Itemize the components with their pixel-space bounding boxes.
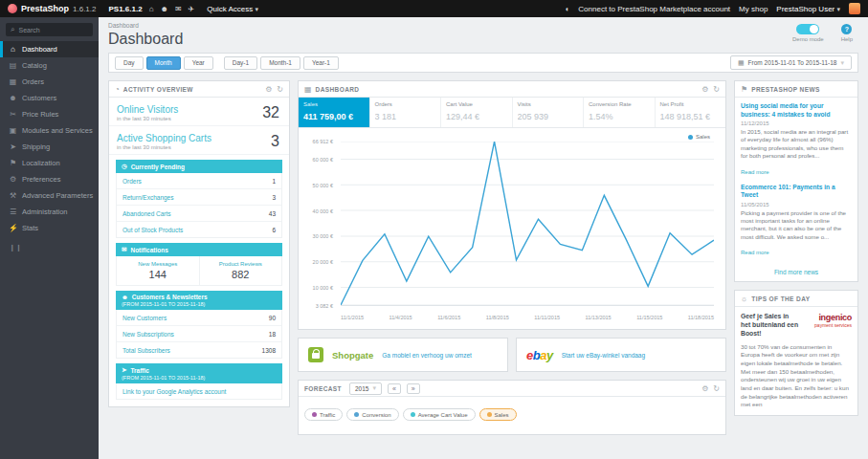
product-reviews-cell[interactable]: Product Reviews 882 <box>199 256 282 285</box>
quick-access-menu[interactable]: Quick Access ▾ <box>207 5 258 13</box>
kpi-label: Orders <box>375 101 436 107</box>
mail-icon[interactable]: ✉ <box>175 5 182 13</box>
sidebar-item-preferences[interactable]: ⚙ Preferences <box>0 171 99 187</box>
gear-icon[interactable]: ⚙ <box>701 384 708 393</box>
read-more-link[interactable]: Read more <box>741 169 769 175</box>
legend-dot-icon <box>487 412 492 417</box>
google-analytics-link[interactable]: Link to your Google Analytics account <box>122 388 226 395</box>
sidebar-item-customers[interactable]: ☻ Customers <box>0 90 99 106</box>
activity-overview-panel: ◔ ACTIVITY OVERVIEW ⚙ ↻ Online Visitors … <box>108 80 290 407</box>
kpi-row: Sales 411 759,00 € Orders 3 181 Cart Val… <box>299 98 725 128</box>
kpi-cart-value[interactable]: Cart Value 129,44 € <box>441 98 513 127</box>
refresh-icon[interactable]: ↻ <box>713 384 720 393</box>
customers-icon: ☻ <box>122 294 128 300</box>
caret-down-icon: ▾ <box>256 6 259 12</box>
search-input[interactable] <box>18 27 85 33</box>
news-article-title[interactable]: Using social media for your business: 4 … <box>741 102 852 119</box>
ebay-letter: y <box>546 348 553 362</box>
user-menu[interactable]: PrestaShop User ▾ <box>776 5 840 13</box>
marketplace-link[interactable]: Connect to PrestaShop Marketplace accoun… <box>578 5 730 13</box>
sidebar-item-label: Price Rules <box>22 110 58 119</box>
sidebar-item-catalog[interactable]: ▤ Catalog <box>0 57 99 74</box>
x-tick-label: 11/13/2015 <box>586 315 612 320</box>
forecast-prev-button[interactable]: « <box>388 383 401 394</box>
out-of-stock-link[interactable]: Out of Stock Products <box>122 227 183 233</box>
prestashop-logo[interactable]: PrestaShop 1.6.1.2 <box>8 4 96 13</box>
sidebar-item-label: Administration <box>22 208 68 216</box>
search-icon: ⌕ <box>11 25 14 34</box>
topbar: PrestaShop 1.6.1.2 PS1.6.1.2 ⌂ ☻ ✉ ✈ Qui… <box>0 0 868 17</box>
collapse-menu-button[interactable]: ❙❙ <box>0 236 99 259</box>
news-article-date: 11/12/2015 <box>741 120 852 126</box>
sidebar-item-shipping[interactable]: ➤ Shipping <box>0 139 99 155</box>
sidebar-item-label: Preferences <box>22 175 60 184</box>
dashboard-panel-icon: ▦ <box>304 85 312 94</box>
forecast-chip[interactable]: Conversion <box>346 408 398 421</box>
kpi-label: Cart Value <box>446 101 507 107</box>
gear-icon[interactable]: ⚙ <box>701 85 708 94</box>
period-day-button[interactable]: Day <box>115 56 144 70</box>
forecast-chip[interactable]: Average Cart Value <box>403 408 476 421</box>
sidebar-item-orders[interactable]: ▦ Orders <box>0 74 99 90</box>
period-day-1-button[interactable]: Day-1 <box>224 56 257 70</box>
theme-icon[interactable]: ◐ <box>565 5 569 13</box>
new-customers-link[interactable]: New Customers <box>122 315 167 321</box>
legend-dot-icon <box>354 412 359 417</box>
ebay-link[interactable]: Start uw eBay-winkel vandaag <box>562 352 645 359</box>
kpi-orders[interactable]: Orders 3 181 <box>370 98 442 127</box>
user-avatar[interactable] <box>849 3 860 14</box>
help-label: Help <box>841 36 853 42</box>
new-messages-cell[interactable]: New Messages 144 <box>117 256 199 285</box>
shipping-icon: ➤ <box>9 142 17 151</box>
refresh-icon[interactable]: ↻ <box>713 85 720 94</box>
read-more-link[interactable]: Read more <box>741 250 769 255</box>
customers-row-subscriptions: New Subscriptions 18 <box>117 326 281 342</box>
gear-icon[interactable]: ⚙ <box>265 85 272 94</box>
dashboard-panel-title: DASHBOARD <box>316 86 360 93</box>
sidebar-item-dashboard[interactable]: ⌂ Dashboard <box>0 41 99 57</box>
total-subscribers-link[interactable]: Total Subscribers <box>122 347 170 354</box>
kpi-sales[interactable]: Sales 411 759,00 € <box>299 98 370 127</box>
forecast-next-button[interactable]: » <box>407 383 420 394</box>
refresh-icon[interactable]: ↻ <box>277 85 283 94</box>
person-icon[interactable]: ☻ <box>160 5 167 13</box>
shopgate-link[interactable]: Ga mobiel en verhoog uw omzet <box>382 352 472 359</box>
launch-icon[interactable]: ✈ <box>189 5 195 13</box>
help-icon[interactable]: ? <box>841 24 852 34</box>
date-range-picker[interactable]: ▦ From 2015-11-01 To 2015-11-18 ▾ <box>730 55 852 70</box>
forecast-panel-title: FORECAST <box>304 385 342 392</box>
kpi-visits[interactable]: Visits 205 939 <box>513 98 585 127</box>
period-month-1-button[interactable]: Month-1 <box>260 56 300 70</box>
forecast-chip[interactable]: Traffic <box>304 408 343 421</box>
sidebar-item-administration[interactable]: ☰ Administration <box>0 204 99 220</box>
sidebar-item-localization[interactable]: ⚑ Localization <box>0 155 99 171</box>
demo-mode-toggle[interactable] <box>796 24 819 34</box>
abandoned-carts-link[interactable]: Abandoned Carts <box>122 210 171 217</box>
my-shop-link[interactable]: My shop <box>739 5 768 13</box>
forecast-chip[interactable]: Sales <box>479 408 517 421</box>
quick-access-label: Quick Access <box>207 5 253 13</box>
sidebar-item-stats[interactable]: ⚡ Stats <box>0 220 99 236</box>
kpi-label: Conversion Rate <box>589 101 650 107</box>
forecast-chip-label: Traffic <box>320 412 335 418</box>
period-month-button[interactable]: Month <box>146 56 181 70</box>
find-more-news-link[interactable]: Find more news <box>735 266 857 281</box>
sidebar-item-advanced-parameters[interactable]: ⚒ Advanced Parameters <box>0 187 99 204</box>
legend-dot-icon <box>688 135 693 140</box>
sidebar-item-modules[interactable]: ▣ Modules and Services <box>0 122 99 139</box>
period-year-button[interactable]: Year <box>184 56 213 70</box>
kpi-conversion-rate[interactable]: Conversion Rate 1.54% <box>584 98 656 127</box>
store-icon[interactable]: ⌂ <box>149 5 154 13</box>
period-year-1-button[interactable]: Year-1 <box>303 56 339 70</box>
pending-returns-link[interactable]: Return/Exchanges <box>122 194 173 201</box>
sidebar-item-price-rules[interactable]: ✂ Price Rules <box>0 106 99 122</box>
shopgate-ad: Shopgate Ga mobiel en verhoog uw omzet <box>298 338 508 372</box>
pending-orders-link[interactable]: Orders <box>122 178 142 185</box>
news-article-title[interactable]: Ecommerce 101: Payments in a Tweet <box>741 184 852 200</box>
new-subscriptions-link[interactable]: New Subscriptions <box>122 331 174 338</box>
kpi-net-profit[interactable]: Net Profit 148 918,51 € <box>656 98 726 127</box>
x-tick-label: 11/8/2015 <box>486 315 509 320</box>
forecast-chip-label: Average Cart Value <box>418 412 468 418</box>
shopgate-logo-text: Shopgate <box>332 350 373 361</box>
forecast-year-select[interactable]: 2015 ▾ <box>349 382 382 395</box>
